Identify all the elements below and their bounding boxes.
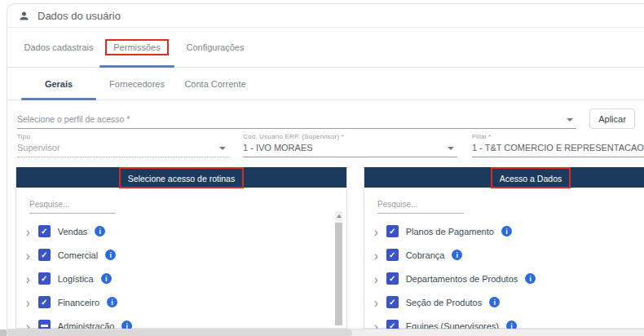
erp-user-select[interactable]: Cod. Usuário ERP. (Supervisor) * 1 - IVO… (243, 133, 457, 157)
tree-row: › Logística (16, 267, 346, 290)
secondary-tabs: Gerais Fornecedores Conta Corrente (7, 68, 644, 100)
info-icon[interactable] (105, 250, 116, 260)
tab-conta-corrente[interactable]: Conta Corrente (176, 68, 254, 99)
primary-tabs: Dados cadastrais Permissões Configuraçõe… (7, 28, 644, 68)
tree-item-label: Planos de Pagamento (406, 227, 494, 237)
user-data-card: Dados do usuário Dados cadastrais Permis… (7, 3, 644, 329)
tree-row: › Vendas (16, 219, 346, 243)
apply-button[interactable]: Aplicar (589, 108, 635, 129)
tree-row: › Administração (16, 314, 346, 329)
annotation-box-data-access: Acesso a Dados (491, 167, 571, 188)
data-access-search-input[interactable] (377, 198, 464, 214)
data-access-panel-header: Acesso a Dados (364, 167, 644, 188)
chevron-down-icon (219, 147, 226, 150)
annotation-box-permissoes: Permissões (105, 39, 168, 55)
tab-configuracoes[interactable]: Configurações (176, 28, 254, 67)
annotation-box-routines: Selecione acesso de rotinas (119, 167, 244, 188)
tree-row: › Equipes (Supervisores) (364, 314, 644, 329)
data-access-tree: › Planos de Pagamento › Cobrança › Depar… (364, 219, 644, 329)
chevron-down-icon (448, 147, 454, 150)
tree-checkbox[interactable] (386, 296, 399, 308)
access-profile-select[interactable]: Selecione o perfil de acesso * (17, 112, 576, 129)
info-icon[interactable] (452, 250, 462, 260)
page-title: Dados do usuário (37, 10, 121, 22)
scrollbar-corner (0, 329, 7, 336)
user-icon (18, 10, 30, 22)
info-icon[interactable] (95, 226, 105, 237)
tree-item-label: Departamentos de Produtos (406, 274, 518, 284)
chevron-right-icon[interactable]: › (26, 319, 30, 329)
routines-panel-header: Selecione acesso de rotinas (16, 167, 346, 188)
type-value: Supervisor (17, 140, 229, 157)
chevron-down-icon (567, 118, 573, 122)
chevron-right-icon[interactable]: › (26, 224, 30, 237)
tree-row: › Financeiro (16, 290, 346, 314)
window-header: Dados do usuário (7, 4, 644, 28)
branch-value: 1 - T&T COMERCIO E REPRESENTACAO LTDA (472, 140, 644, 157)
tree-checkbox[interactable] (38, 272, 51, 285)
chevron-right-icon[interactable]: › (26, 248, 30, 261)
tree-checkbox[interactable] (38, 249, 51, 261)
chevron-right-icon[interactable]: › (374, 248, 378, 261)
routines-search-input[interactable] (29, 198, 116, 214)
tree-item-label: Comercial (58, 250, 99, 260)
tree-checkbox[interactable] (38, 320, 51, 329)
info-icon[interactable] (506, 321, 517, 329)
access-profile-placeholder: Selecione o perfil de acesso * (17, 112, 576, 128)
type-label: Tipo (17, 133, 229, 140)
erp-user-label: Cod. Usuário ERP. (Supervisor) * (243, 133, 457, 140)
tree-checkbox[interactable] (386, 272, 399, 285)
chevron-right-icon[interactable]: › (374, 295, 378, 308)
chevron-right-icon[interactable]: › (374, 319, 378, 329)
chevron-right-icon[interactable]: › (374, 224, 378, 237)
scroll-up-icon[interactable] (335, 211, 342, 221)
tree-checkbox[interactable] (38, 296, 51, 308)
tree-item-label: Cobrança (406, 250, 445, 260)
tab-permissoes[interactable]: Permissões (98, 28, 176, 67)
info-icon[interactable] (107, 297, 117, 307)
scrollbar-thumb[interactable] (7, 329, 352, 336)
horizontal-scrollbar[interactable] (0, 329, 644, 336)
tree-item-label: Administração (58, 321, 115, 330)
routines-tree: › Vendas › Comercial › Logística (16, 219, 346, 329)
info-icon[interactable] (489, 297, 500, 307)
tree-checkbox[interactable] (38, 225, 51, 237)
info-icon[interactable] (101, 273, 112, 284)
tree-item-label: Seção de Produtos (406, 298, 483, 307)
tree-row: › Seção de Produtos (364, 290, 644, 314)
chevron-right-icon[interactable]: › (374, 272, 378, 285)
vertical-scrollbar[interactable] (335, 211, 342, 325)
tree-checkbox[interactable] (386, 320, 399, 329)
branch-label: Filial * (472, 133, 644, 140)
tab-fornecedores[interactable]: Fornecedores (98, 68, 176, 99)
info-icon[interactable] (501, 226, 512, 237)
chevron-right-icon[interactable]: › (26, 272, 30, 285)
erp-user-value: 1 - IVO MORAES (243, 140, 457, 157)
info-icon[interactable] (121, 321, 132, 329)
tree-item-label: Vendas (58, 227, 88, 237)
tree-row: › Departamentos de Produtos (364, 267, 644, 290)
tab-gerais[interactable]: Gerais (20, 68, 98, 99)
tree-checkbox[interactable] (386, 225, 399, 237)
routines-panel-title: Selecione acesso de rotinas (128, 174, 235, 183)
permissions-form: Selecione o perfil de acesso * Aplicar T… (7, 100, 644, 167)
tree-row: › Comercial (16, 243, 346, 267)
tree-row: › Cobrança (364, 243, 644, 267)
data-access-panel: Acesso a Dados › Planos de Pagamento › C… (364, 167, 644, 329)
data-access-panel-title: Acesso a Dados (500, 174, 562, 183)
branch-field[interactable]: Filial * 1 - T&T COMERCIO E REPRESENTACA… (472, 133, 644, 157)
tree-checkbox[interactable] (386, 249, 399, 261)
tree-item-label: Equipes (Supervisores) (406, 321, 499, 330)
tree-item-label: Logística (58, 274, 94, 284)
routines-panel: Selecione acesso de rotinas › Vendas › C… (15, 167, 347, 329)
tree-item-label: Financeiro (58, 298, 99, 307)
tree-row: › Planos de Pagamento (364, 219, 644, 243)
scrollbar-thumb[interactable] (335, 223, 342, 325)
type-select[interactable]: Tipo Supervisor (17, 133, 229, 157)
tab-dados-cadastrais[interactable]: Dados cadastrais (20, 28, 98, 67)
chevron-right-icon[interactable]: › (26, 295, 30, 308)
info-icon[interactable] (525, 273, 536, 284)
